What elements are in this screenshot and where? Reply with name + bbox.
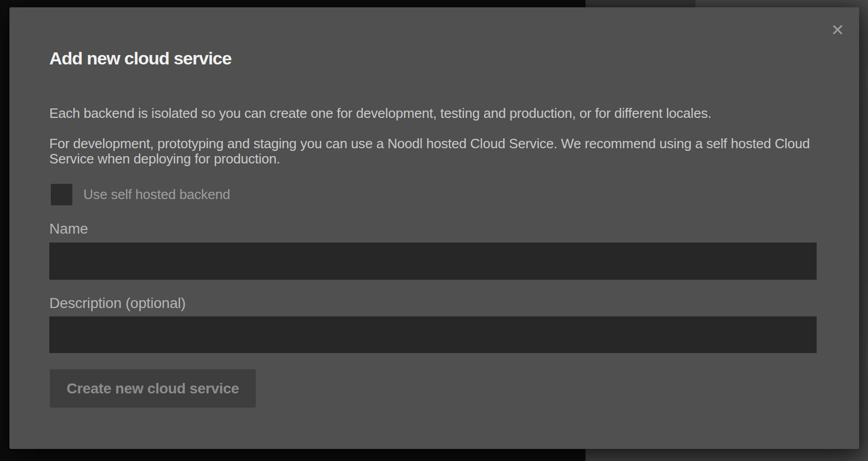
dialog-title: Add new cloud service: [49, 48, 231, 69]
name-label: Name: [49, 221, 88, 237]
create-cloud-service-button[interactable]: Create new cloud service: [50, 369, 256, 408]
add-cloud-service-dialog: ✕ Add new cloud service Each backend is …: [9, 7, 859, 449]
self-hosted-checkbox[interactable]: [51, 184, 72, 205]
description-label: Description (optional): [49, 295, 186, 312]
underlying-window-topband: [585, 0, 696, 7]
hosting-paragraph: For development, prototyping and staging…: [49, 136, 810, 167]
intro-paragraph: Each backend is isolated so you can crea…: [49, 106, 711, 121]
close-icon: ✕: [831, 22, 844, 38]
self-hosted-checkbox-label: Use self hosted backend: [83, 186, 230, 203]
description-input[interactable]: [49, 316, 817, 353]
close-button[interactable]: ✕: [825, 17, 850, 42]
name-input[interactable]: [49, 243, 817, 280]
self-hosted-checkbox-row: Use self hosted backend: [51, 184, 230, 205]
